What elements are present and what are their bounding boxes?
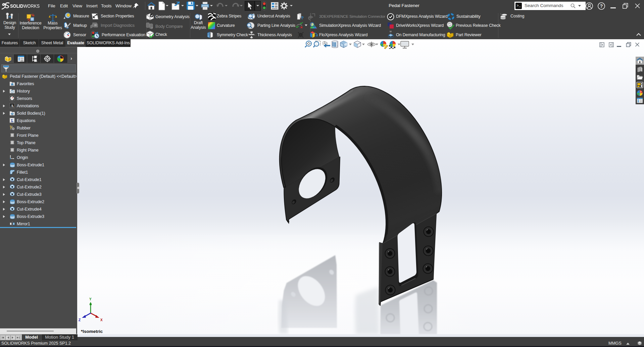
svg-text:?: ?	[151, 26, 153, 30]
svg-text:Z: Z	[79, 318, 81, 322]
svg-text:*Isometric: *Isometric	[81, 329, 103, 334]
svg-text:Y: Y	[89, 297, 92, 301]
svg-text:A: A	[11, 104, 14, 108]
svg-text:Σ: Σ	[11, 118, 13, 123]
svg-text:X: X	[100, 318, 103, 322]
svg-text:?: ?	[301, 15, 304, 20]
svg-text:?: ?	[600, 3, 603, 9]
